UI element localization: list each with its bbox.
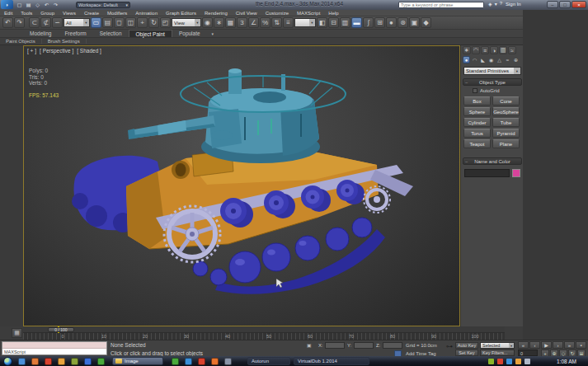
rendered-frame-window-icon[interactable]: ▣ [409,17,420,28]
taskbar-window-button[interactable]: Autorun [247,357,290,365]
workspace-dropdown[interactable]: Workspace: Default▾ [76,2,130,8]
taskbar-app-icon[interactable] [18,358,26,365]
render-setup-icon[interactable]: ⊛ [397,17,408,28]
menu-tools[interactable]: Tools [16,11,36,16]
use-pivot-center-icon[interactable]: ◉ [202,17,213,28]
previous-frame-icon[interactable]: ‹ [529,341,540,349]
taskbar-app-icon[interactable] [211,358,219,365]
autogrid-checkbox[interactable] [473,88,477,93]
hierarchy-tab-icon[interactable]: ≡ [481,46,489,54]
z-coord-field[interactable] [383,342,402,349]
perspective-viewport[interactable]: [ + ] [ Perspective ] [ Shaded ] Polys: … [23,45,460,326]
spinner-snap-icon[interactable]: ⇅ [271,17,282,28]
taskbar-app-icon[interactable] [58,358,65,365]
time-config-icon[interactable]: ▪ [576,341,586,349]
track-bar[interactable]: 0 10 20 30 40 50 60 70 80 90 100 [23,333,505,340]
set-key-button[interactable]: Set Key [455,350,478,356]
x-coord-field[interactable] [325,342,345,349]
save-file-icon[interactable]: ◇ [34,1,41,8]
open-file-icon[interactable]: ▤ [25,1,32,8]
tray-icon[interactable] [524,359,530,364]
percent-snap-icon[interactable]: % [260,17,270,28]
render-production-icon[interactable]: ◆ [421,17,431,28]
macro-recorder-line[interactable] [2,342,106,349]
select-and-rotate-icon[interactable]: ↻ [148,17,159,28]
keyboard-override-icon[interactable]: ▦ [225,17,236,28]
utilities-tab-icon[interactable]: ≈ [508,46,516,54]
undo-icon[interactable]: ↶ [2,17,13,28]
spacewarps-category-icon[interactable]: ≈ [504,56,511,63]
select-by-name-icon[interactable]: ▤ [102,17,113,28]
application-menu-button[interactable]: ◗ [1,0,13,9]
angle-snap-icon[interactable]: ∠ [248,17,259,28]
menu-views[interactable]: Views [59,11,80,16]
layer-manager-icon[interactable]: ▥ [340,17,350,28]
taskbar-app-icon[interactable] [198,358,205,365]
y-coord-field[interactable] [354,342,374,349]
go-to-start-icon[interactable]: « [518,341,529,349]
ribbon-tab-object-paint[interactable]: Object Paint [129,30,172,37]
tray-icon[interactable] [506,359,512,364]
sphere-button[interactable]: Sphere [463,107,491,116]
redo-icon[interactable]: ↷ [14,17,25,28]
tray-icon[interactable] [515,359,521,364]
listener-line[interactable]: MAXScript [2,349,106,355]
lights-category-icon[interactable]: ◣ [479,56,487,63]
ribbon-tab-freeform[interactable]: Freeform [58,30,92,37]
primitive-type-dropdown[interactable]: Standard Primitives▾ [463,67,521,75]
undo-icon[interactable]: ↶ [43,1,50,8]
menu-modifiers[interactable]: Modifiers [103,11,131,16]
box-button[interactable]: Box [463,96,491,106]
viewport-menu-plus[interactable]: [ + ] [27,48,36,54]
help-icon[interactable]: ? [500,1,502,7]
start-button[interactable] [3,357,12,366]
updates-icon[interactable]: ▾ [495,1,497,7]
object-name-field[interactable] [464,169,510,177]
taskbar-app-icon[interactable] [224,358,232,365]
ribbon-panel-paint-objects[interactable]: Paint Objects [0,39,42,44]
selection-lock-icon[interactable]: ▣ [307,342,314,349]
taskbar-folder-button[interactable]: Image [112,357,163,365]
go-to-end-icon[interactable]: » [564,341,575,349]
ribbon-toggle-icon[interactable]: ▬ [351,17,362,28]
set-keys-key-icon[interactable]: ⊶ [446,343,453,350]
snaps-toggle-icon[interactable]: 3 [237,17,247,28]
align-icon[interactable]: ⊟ [328,17,339,28]
auto-key-button[interactable]: Auto Key [455,342,478,349]
select-and-move-icon[interactable]: + [137,17,148,28]
object-color-swatch[interactable] [512,169,520,177]
maxscript-mini-listener[interactable]: MAXScript [2,341,107,355]
selection-region-icon[interactable]: ◻ [114,17,125,28]
select-and-scale-icon[interactable]: ◰ [160,17,171,28]
favorites-icon[interactable]: ◈ [488,1,492,7]
next-frame-icon[interactable]: › [553,341,563,349]
bind-to-space-warp-icon[interactable]: ∽ [52,17,63,28]
taskbar-app-icon[interactable] [172,358,179,365]
material-editor-icon[interactable]: ● [386,17,397,28]
cameras-category-icon[interactable]: ◉ [487,56,495,63]
geosphere-button[interactable]: GeoSphere [492,107,520,116]
edit-named-selection-sets-icon[interactable]: ≡ [283,17,294,28]
helpers-category-icon[interactable]: △ [496,56,503,63]
modify-tab-icon[interactable]: ◠ [472,46,480,54]
help-search-input[interactable] [398,2,484,8]
tank-model[interactable] [24,46,459,326]
select-and-link-icon[interactable]: ⊂ [29,17,40,28]
ribbon-tab-modeling[interactable]: Modeling [23,30,58,37]
time-slider-track[interactable]: 0 / 100 [23,326,505,333]
key-filters-button[interactable]: Key Filters... [480,350,515,356]
taskbar-app-icon[interactable] [97,358,105,365]
schematic-view-icon[interactable]: ⊞ [374,17,385,28]
key-mode-dropdown[interactable]: Selected▾ [480,342,515,349]
taskbar-window-button[interactable]: VirtualDub 1.2014 [294,357,369,365]
name-and-color-rollout[interactable]: − Name and Color [463,157,522,165]
cylinder-button[interactable]: Cylinder [463,118,491,127]
ribbon-minimize-icon[interactable]: ▾ [207,30,219,37]
taskbar-app-icon[interactable] [31,358,39,365]
display-tab-icon[interactable]: ▥ [499,46,507,54]
curve-editor-icon[interactable]: ∫ [363,17,374,28]
taskbar-app-icon[interactable] [84,358,92,365]
menu-edit[interactable]: Edit [0,11,16,16]
tube-button[interactable]: Tube [492,118,520,127]
plane-button[interactable]: Plane [492,139,520,148]
